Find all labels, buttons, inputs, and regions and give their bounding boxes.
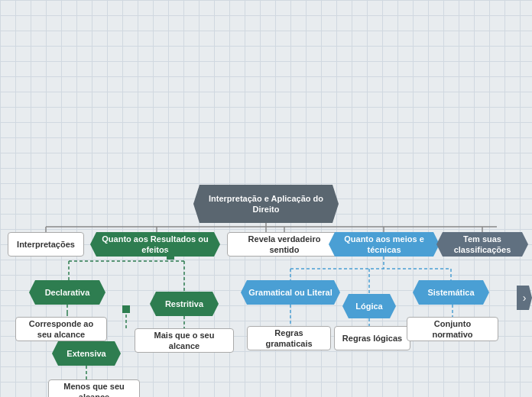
quanto-meios-node: Quanto aos meios e técnicas bbox=[329, 232, 440, 257]
expand-arrow[interactable]: › bbox=[517, 286, 532, 310]
corresponde-node: Corresponde ao seu alcance bbox=[15, 317, 107, 341]
quanto-resultados-node: Quanto aos Resultados ou efeitos bbox=[90, 232, 220, 257]
conjunto-node: Conjunto normativo bbox=[407, 317, 498, 341]
declarativa-node: Declarativa bbox=[29, 280, 105, 305]
connector-sq-2 bbox=[122, 305, 130, 313]
gramatical-node: Gramatical ou Literal bbox=[241, 280, 340, 305]
extensiva-node: Extensiva bbox=[52, 341, 121, 366]
regras-gram-node: Regras gramaticais bbox=[247, 326, 331, 350]
mais-que-node: Mais que o seu alcance bbox=[135, 328, 234, 353]
sistematica-node: Sistemática bbox=[413, 280, 489, 305]
interpretacoes-node: Interpretações bbox=[8, 232, 84, 257]
connector-sq-1 bbox=[167, 252, 174, 260]
revela-node: Revela verdadeiro sentido bbox=[227, 232, 342, 257]
restritiva-node: Restritiva bbox=[150, 292, 219, 316]
menos-que-node: Menos que seu alcance bbox=[48, 379, 140, 397]
tem-suas-node: Tem suas classificações bbox=[436, 232, 528, 257]
regras-logicas-node: Regras lógicas bbox=[334, 326, 410, 350]
root-node: Interpretação e Aplicação do Direito bbox=[193, 185, 339, 223]
logica-node: Lógica bbox=[342, 294, 396, 318]
